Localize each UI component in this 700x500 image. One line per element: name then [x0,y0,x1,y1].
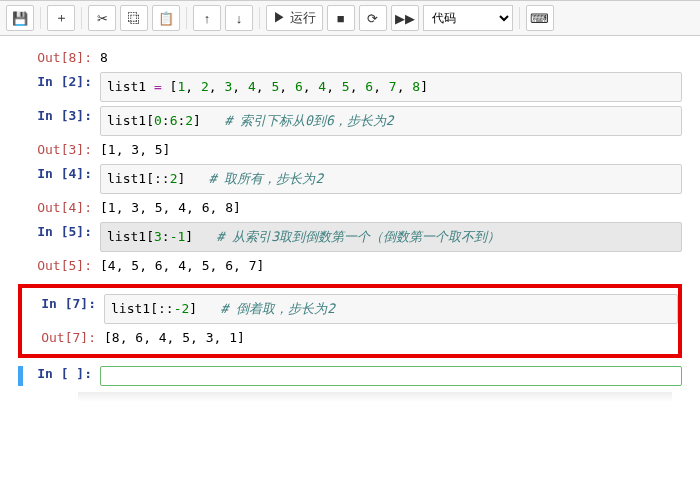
notebook-toolbar: 💾 ＋ ✂ ⿻ 📋 ↑ ↓ ▶ 运行 ■ ⟳ ▶▶ 代码 ⌨ [0,0,700,36]
save-button[interactable]: 💾 [6,5,34,31]
output-text: [4, 5, 6, 4, 5, 6, 7] [100,256,682,276]
paste-button[interactable]: 📋 [152,5,180,31]
restart-button[interactable]: ⟳ [359,5,387,31]
in-prompt: In [ ]: [23,366,100,381]
out-prompt: Out[5]: [18,256,100,276]
separator [40,7,41,29]
copy-button[interactable]: ⿻ [120,5,148,31]
interrupt-button[interactable]: ■ [327,5,355,31]
in-prompt: In [2]: [18,72,100,92]
output-row: Out[8]:8 [18,48,682,68]
code-input[interactable]: list1 = [1, 2, 3, 4, 5, 6, 4, 5, 6, 7, 8… [100,72,682,102]
separator [186,7,187,29]
code-input[interactable]: list1[::2] # 取所有，步长为2 [100,164,682,194]
active-input-cell[interactable]: In [ ]: [18,366,682,386]
input-cell[interactable]: In [2]:list1 = [1, 2, 3, 4, 5, 6, 4, 5, … [18,72,682,102]
in-prompt: In [4]: [18,164,100,184]
output-row: Out[7]:[8, 6, 4, 5, 3, 1] [22,328,678,348]
input-cell[interactable]: In [7]:list1[::-2] # 倒着取，步长为2 [22,294,678,324]
output-text: [1, 3, 5] [100,140,682,160]
move-up-button[interactable]: ↑ [193,5,221,31]
celltype-select[interactable]: 代码 [423,5,513,31]
input-cell[interactable]: In [4]:list1[::2] # 取所有，步长为2 [18,164,682,194]
separator [259,7,260,29]
in-prompt: In [5]: [18,222,100,242]
code-input[interactable] [100,366,682,386]
input-cell[interactable]: In [3]:list1[0:6:2] # 索引下标从0到6，步长为2 [18,106,682,136]
run-button[interactable]: ▶ 运行 [266,5,323,31]
move-down-button[interactable]: ↓ [225,5,253,31]
separator [81,7,82,29]
output-row: Out[4]:[1, 3, 5, 4, 6, 8] [18,198,682,218]
output-row: Out[5]:[4, 5, 6, 4, 5, 6, 7] [18,256,682,276]
output-row: Out[3]:[1, 3, 5] [18,140,682,160]
in-prompt: In [7]: [22,294,104,314]
shadow [78,392,672,402]
highlight-box: In [7]:list1[::-2] # 倒着取，步长为2Out[7]:[8, … [18,284,682,358]
restart-run-all-button[interactable]: ▶▶ [391,5,419,31]
add-cell-button[interactable]: ＋ [47,5,75,31]
output-text: [1, 3, 5, 4, 6, 8] [100,198,682,218]
in-prompt: In [3]: [18,106,100,126]
output-text: 8 [100,48,682,68]
out-prompt: Out[4]: [18,198,100,218]
input-cell[interactable]: In [5]:list1[3:-1] # 从索引3取到倒数第一个（倒数第一个取不… [18,222,682,252]
code-input[interactable]: list1[0:6:2] # 索引下标从0到6，步长为2 [100,106,682,136]
cut-button[interactable]: ✂ [88,5,116,31]
output-text: [8, 6, 4, 5, 3, 1] [104,328,678,348]
notebook-area: Out[8]:8In [2]:list1 = [1, 2, 3, 4, 5, 6… [0,36,700,442]
out-prompt: Out[3]: [18,140,100,160]
out-prompt: Out[8]: [18,48,100,68]
out-prompt: Out[7]: [22,328,104,348]
code-input[interactable]: list1[3:-1] # 从索引3取到倒数第一个（倒数第一个取不到） [100,222,682,252]
separator [519,7,520,29]
code-input[interactable]: list1[::-2] # 倒着取，步长为2 [104,294,678,324]
command-palette-button[interactable]: ⌨ [526,5,554,31]
